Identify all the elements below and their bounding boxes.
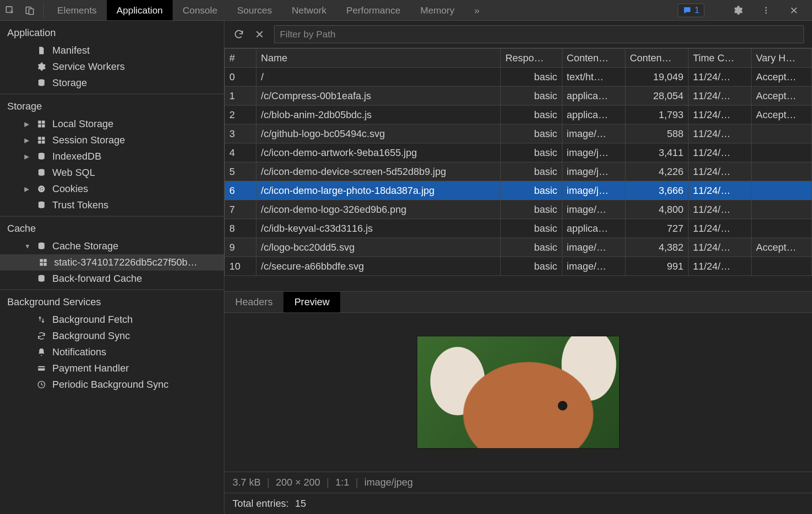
inspect-element-icon[interactable]: [0, 0, 20, 20]
svg-rect-14: [42, 141, 45, 144]
filter-path-input[interactable]: [274, 25, 804, 43]
col-header[interactable]: Name: [256, 49, 501, 68]
cell: image/j…: [562, 181, 625, 200]
sidebar-item-service-workers[interactable]: ▶Service Workers: [0, 59, 224, 75]
svg-rect-9: [38, 124, 41, 128]
cell: 11/24/…: [688, 124, 751, 143]
sidebar-item-web-sql[interactable]: ▶Web SQL: [0, 165, 224, 181]
col-header[interactable]: Time C…: [688, 49, 751, 68]
cell: basic: [501, 143, 562, 162]
cell: /c/icon-demo-device-screen-5d52d8b9.jpg: [256, 162, 501, 181]
device-toolbar-icon[interactable]: [20, 0, 40, 20]
tab-sources[interactable]: Sources: [227, 0, 282, 20]
tab-memory[interactable]: Memory: [411, 0, 465, 20]
tab-elements[interactable]: Elements: [47, 0, 107, 20]
cell: /: [256, 68, 501, 87]
svg-point-18: [40, 188, 41, 188]
preview-pane: [224, 313, 812, 472]
sidebar-item-session-storage[interactable]: ▶Session Storage: [0, 132, 224, 148]
sidebar-item-bf-cache[interactable]: ▶ Back-forward Cache: [0, 271, 224, 287]
col-header[interactable]: #: [225, 49, 256, 68]
tab-network[interactable]: Network: [282, 0, 336, 20]
sidebar-item-payment-handler[interactable]: ▶Payment Handler: [0, 360, 224, 376]
tab-console[interactable]: Console: [173, 0, 227, 20]
svg-rect-30: [38, 367, 45, 369]
table-row[interactable]: 6/c/icon-demo-large-photo-18da387a.jpgba…: [225, 181, 812, 200]
table-row[interactable]: 8/c/idb-keyval-c33d3116.jsbasicapplica…7…: [225, 219, 812, 238]
table-row[interactable]: 2/c/blob-anim-2db05bdc.jsbasicapplica…1,…: [225, 106, 812, 124]
cell: 3,666: [625, 181, 688, 200]
svg-rect-11: [38, 137, 41, 140]
preview-image: [417, 336, 620, 449]
divider: [43, 3, 44, 18]
sidebar-item-label: Notifications: [52, 346, 106, 358]
sidebar-item-manifest[interactable]: ▶Manifest: [0, 42, 224, 59]
cell: /c/icon-demo-artwork-9eba1655.jpg: [256, 143, 501, 162]
cell: 1,793: [625, 106, 688, 124]
close-devtools-icon[interactable]: [784, 6, 804, 15]
col-header[interactable]: Conten…: [625, 49, 688, 68]
bf-cache-label: Back-forward Cache: [52, 273, 142, 285]
tabs-overflow-button[interactable]: »: [464, 0, 489, 20]
table-row[interactable]: 9/c/logo-bcc20dd5.svgbasicimage/…4,38211…: [225, 238, 812, 257]
sidebar-item-periodic-background-sync[interactable]: ▶Periodic Background Sync: [0, 376, 224, 393]
table-row[interactable]: 1/c/Compress-00b1eafa.jsbasicapplica…28,…: [225, 87, 812, 106]
cell: image/…: [562, 200, 625, 219]
cookie-icon: [36, 184, 47, 194]
cell: /c/blob-anim-2db05bdc.js: [256, 106, 501, 124]
table-row[interactable]: 7/c/icon-demo-logo-326ed9b6.pngbasicimag…: [225, 200, 812, 219]
settings-icon[interactable]: [728, 5, 748, 15]
table-row[interactable]: 0/basictext/ht…19,04911/24/…Accept…: [225, 68, 812, 87]
svg-rect-25: [44, 259, 47, 262]
cell: 4,382: [625, 238, 688, 257]
tab-performance[interactable]: Performance: [336, 0, 410, 20]
console-messages-badge[interactable]: 1: [678, 4, 704, 17]
cell: basic: [501, 68, 562, 87]
sidebar-item-trust-tokens[interactable]: ▶Trust Tokens: [0, 197, 224, 213]
sidebar-item-cookies[interactable]: ▶Cookies: [0, 181, 224, 197]
col-header[interactable]: Respo…: [501, 49, 562, 68]
cell: 11/24/…: [688, 219, 751, 238]
sidebar-item-local-storage[interactable]: ▶Local Storage: [0, 116, 224, 132]
kebab-menu-icon[interactable]: [756, 6, 776, 15]
sidebar-item-label: Periodic Background Sync: [52, 379, 169, 390]
cell: 11/24/…: [688, 257, 751, 276]
sidebar-item-background-sync[interactable]: ▶Background Sync: [0, 328, 224, 344]
messages-count: 1: [694, 5, 699, 15]
col-header[interactable]: Vary H…: [751, 49, 812, 68]
section-storage: Storage: [0, 94, 224, 116]
cell: 8: [225, 219, 256, 238]
cell: 0: [225, 68, 256, 87]
cell: basic: [501, 181, 562, 200]
col-header[interactable]: Conten…: [562, 49, 625, 68]
cell: /c/logo-bcc20dd5.svg: [256, 238, 501, 257]
table-row[interactable]: 10/c/secure-a66bbdfe.svgbasicimage/…9911…: [225, 257, 812, 276]
sidebar-item-cache-storage[interactable]: ▼ Cache Storage: [0, 238, 224, 254]
sidebar-item-label: Payment Handler: [52, 363, 129, 374]
cell: 11/24/…: [688, 87, 751, 106]
sidebar-item-label: Trust Tokens: [52, 199, 109, 211]
svg-point-20: [42, 189, 43, 190]
cell: 4: [225, 143, 256, 162]
svg-rect-27: [44, 263, 47, 266]
tab-application[interactable]: Application: [107, 0, 173, 20]
table-row[interactable]: 4/c/icon-demo-artwork-9eba1655.jpgbasici…: [225, 143, 812, 162]
sidebar-item-indexeddb[interactable]: ▶IndexedDB: [0, 148, 224, 165]
sidebar-item-cache-entry[interactable]: static-3741017226db5c27f50b…: [0, 254, 224, 271]
table-row[interactable]: 5/c/icon-demo-device-screen-5d52d8b9.jpg…: [225, 162, 812, 181]
svg-point-17: [38, 186, 45, 193]
sidebar-item-background-fetch[interactable]: ▶Background Fetch: [0, 312, 224, 328]
table-row[interactable]: 3/c/github-logo-bc05494c.svgbasicimage/……: [225, 124, 812, 143]
section-application: Application: [0, 21, 224, 42]
delete-icon[interactable]: [253, 28, 266, 41]
preview-meta-bar: 3.7 kB| 200 × 200| 1:1| image/jpeg: [224, 472, 812, 493]
detail-tab-headers[interactable]: Headers: [224, 292, 283, 312]
cell: [751, 257, 812, 276]
refresh-icon[interactable]: [233, 28, 245, 41]
sidebar-item-storage[interactable]: ▶Storage: [0, 75, 224, 91]
detail-tab-preview[interactable]: Preview: [283, 292, 340, 312]
cell: 4,226: [625, 162, 688, 181]
sidebar-item-notifications[interactable]: ▶Notifications: [0, 344, 224, 360]
cell: 6: [225, 181, 256, 200]
sync-icon: [36, 330, 47, 341]
